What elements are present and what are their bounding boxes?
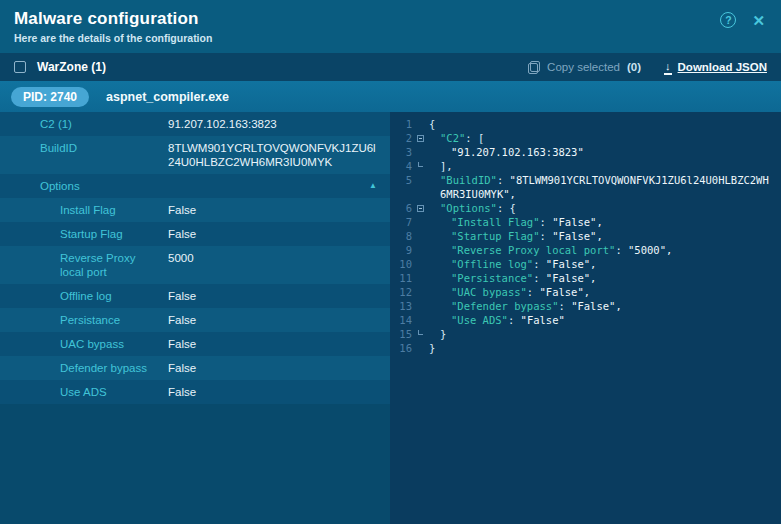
fold-gutter [412, 285, 429, 299]
json-code: "UAC bypass": "False", [429, 285, 781, 299]
fold-end-mark [418, 330, 423, 335]
json-code: "Persistance": "False", [429, 271, 781, 285]
json-line-number: 1 [390, 117, 412, 131]
options-section-header[interactable]: Options▲ [0, 174, 390, 198]
json-code: } [429, 327, 781, 341]
json-line: 1{ [390, 117, 781, 131]
json-line-number: 7 [390, 215, 412, 229]
json-line: 9"Reverse Proxy local port": "5000", [390, 243, 781, 257]
json-punctuation: : [ [465, 132, 484, 144]
json-value: "False", [571, 300, 622, 312]
json-line-number: 3 [390, 145, 412, 159]
json-code: } [429, 341, 781, 355]
json-punctuation: { [429, 118, 435, 130]
detail-label: Startup Flag [60, 227, 168, 241]
json-code: ], [429, 159, 781, 173]
json-line: 16} [390, 341, 781, 355]
detail-label: UAC bypass [60, 337, 168, 351]
json-key: "Install Flag" [451, 216, 540, 228]
json-value: "False", [540, 286, 591, 298]
copy-selected-button[interactable]: Copy selected (0) [528, 61, 641, 74]
select-all-checkbox[interactable] [14, 61, 26, 73]
json-punctuation: : { [497, 202, 516, 214]
malware-family-label: WarZone (1) [37, 60, 106, 74]
json-value: "5000", [628, 244, 672, 256]
detail-value: False [168, 227, 390, 241]
fold-collapse-icon[interactable] [412, 131, 429, 145]
json-line: 10"Offline log": "False", [390, 257, 781, 271]
detail-value: 5000 [168, 251, 390, 265]
fold-end-icon [412, 159, 429, 173]
fold-gutter [412, 173, 429, 201]
fold-collapse-box[interactable] [417, 135, 424, 142]
json-value: "False", [546, 258, 597, 270]
fold-gutter [412, 117, 429, 131]
page-subtitle: Here are the details of the configuratio… [14, 32, 767, 44]
page-title: Malware configuration [14, 9, 767, 29]
json-punctuation: : [615, 244, 628, 256]
pid-badge[interactable]: PID: 2740 [11, 87, 89, 107]
json-line-number: 13 [390, 299, 412, 313]
detail-row: Reverse Proxy local port5000 [0, 246, 390, 284]
json-code: "C2": [ [429, 131, 781, 145]
detail-label: Defender bypass [60, 361, 168, 375]
detail-label: Install Flag [60, 203, 168, 217]
json-punctuation: : [497, 174, 510, 186]
toolbar-actions: Copy selected (0) ↓ Download JSON [528, 61, 767, 74]
json-punctuation: : [533, 258, 546, 270]
json-line-number: 4 [390, 159, 412, 173]
detail-label: C2 (1) [40, 117, 168, 131]
json-line-number: 9 [390, 243, 412, 257]
json-punctuation: : [540, 230, 553, 242]
config-details-pane[interactable]: C2 (1)91.207.102.163:3823BuildID8TLWM901… [0, 112, 390, 524]
json-line-number: 10 [390, 257, 412, 271]
fold-collapse-box[interactable] [417, 205, 424, 212]
help-icon[interactable]: ? [720, 12, 736, 28]
fold-gutter [412, 145, 429, 159]
download-json-button[interactable]: ↓ Download JSON [665, 61, 767, 74]
json-value: "False", [546, 272, 597, 284]
json-value: "False", [552, 216, 603, 228]
close-icon[interactable]: ✕ [752, 13, 765, 28]
json-line: 5"BuildID": "8TLWM901YCRLTOVQWONFVKJ1ZU6… [390, 173, 781, 201]
json-viewer-pane[interactable]: 1{2"C2": [3"91.207.102.163:3823"4],5"Bui… [390, 112, 781, 524]
json-line-number: 14 [390, 313, 412, 327]
detail-row: Use ADSFalse [0, 380, 390, 404]
json-punctuation: ], [440, 160, 453, 172]
fold-collapse-icon[interactable] [412, 201, 429, 215]
json-code: "Use ADS": "False" [429, 313, 781, 327]
json-value: "False" [521, 314, 565, 326]
collapse-options-icon[interactable]: ▲ [369, 179, 377, 193]
detail-value: False [168, 337, 390, 351]
detail-label: Use ADS [60, 385, 168, 399]
json-line: 2"C2": [ [390, 131, 781, 145]
panel-header: Malware configuration Here are the detai… [0, 0, 781, 53]
json-key: "UAC bypass" [451, 286, 527, 298]
json-value: "91.207.102.163:3823" [451, 146, 584, 158]
detail-label: Persistance [60, 313, 168, 327]
json-code: "Startup Flag": "False", [429, 229, 781, 243]
json-punctuation: } [440, 328, 446, 340]
json-line-number: 15 [390, 327, 412, 341]
json-punctuation: : [508, 314, 521, 326]
json-code: "Defender bypass": "False", [429, 299, 781, 313]
json-punctuation: : [558, 300, 571, 312]
json-code: "91.207.102.163:3823" [429, 145, 781, 159]
process-name: aspnet_compiler.exe [106, 90, 229, 104]
family-toolbar: WarZone (1) Copy selected (0) ↓ Download… [0, 53, 781, 81]
content-split: C2 (1)91.207.102.163:3823BuildID8TLWM901… [0, 112, 781, 524]
download-json-label: Download JSON [678, 61, 767, 73]
copy-selected-label: Copy selected [547, 61, 620, 73]
options-section-label: Options [40, 179, 168, 193]
json-key: "C2" [440, 132, 465, 144]
fold-end-icon [412, 327, 429, 341]
fold-gutter [412, 271, 429, 285]
detail-row: PersistanceFalse [0, 308, 390, 332]
copy-selected-count: (0) [627, 61, 641, 73]
json-value: "False", [552, 230, 603, 242]
json-key: "Startup Flag" [451, 230, 540, 242]
fold-gutter [412, 243, 429, 257]
json-key: "Persistance" [451, 272, 533, 284]
detail-label: Reverse Proxy local port [60, 251, 168, 279]
download-icon: ↓ [665, 61, 671, 74]
